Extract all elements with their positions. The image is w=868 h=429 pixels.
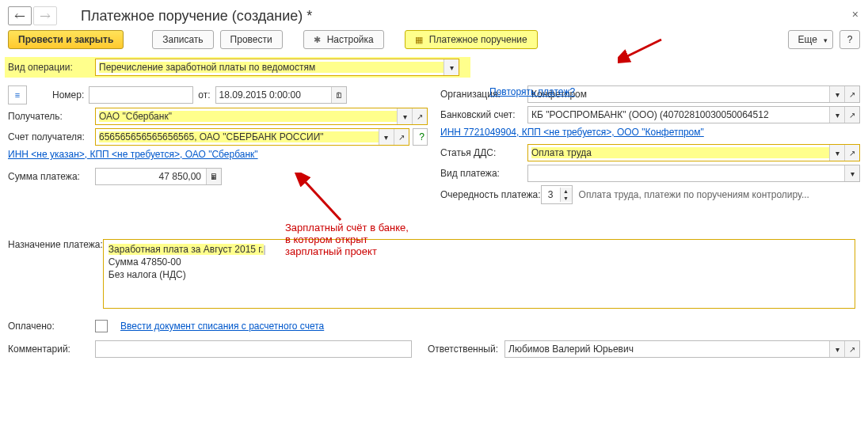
op-type-label: Вид операции: — [8, 62, 95, 73]
dds-label: Статья ДДС: — [440, 147, 527, 158]
spinner-down-icon[interactable]: ▼ — [561, 195, 572, 202]
chevron-down-icon[interactable]: ▾ — [844, 165, 859, 181]
pay-sum-label: Сумма платежа: — [8, 171, 95, 182]
chevron-down-icon[interactable]: ▾ — [444, 59, 459, 75]
comment-input[interactable] — [95, 340, 412, 358]
number-input[interactable] — [89, 86, 193, 104]
more-button[interactable]: Еще — [788, 30, 833, 49]
responsible-select[interactable]: Любимов Валерий Юрьевич ▾ ↗ — [504, 340, 860, 358]
calendar-icon[interactable]: 🗓 — [331, 87, 346, 103]
recipient-select[interactable]: ОАО "Сбербанк" ▾ ↗ — [95, 108, 428, 125]
chevron-down-icon[interactable]: ▾ — [829, 107, 844, 123]
gear-icon — [314, 34, 324, 45]
number-label: Номер: — [52, 89, 84, 101]
recipient-label: Получатель: — [8, 111, 95, 122]
date-from-label: от: — [198, 89, 210, 101]
open-icon[interactable]: ↗ — [844, 145, 859, 161]
priority-desc: Оплата труда, платежи по поручениям конт… — [579, 189, 809, 200]
op-type-select[interactable]: Перечисление заработной платы по ведомос… — [95, 59, 459, 76]
bank-acc-select[interactable]: КБ "РОСПРОМБАНК" (ООО) (4070281003005006… — [527, 106, 860, 123]
recipient-details-link[interactable]: ИНН <не указан>, КПП <не требуется>, ОАО… — [8, 149, 258, 160]
chevron-down-icon[interactable]: ▾ — [379, 129, 394, 145]
purpose-textarea[interactable]: Заработная плата за Август 2015 г.| Сумм… — [103, 239, 855, 309]
dds-select[interactable]: Оплата труда ▾ ↗ — [527, 144, 860, 161]
org-details-link[interactable]: ИНН 7721049904, КПП <не требуется>, ООО … — [440, 127, 704, 138]
pay-sum-input[interactable]: 47 850,00 🖩 — [95, 168, 222, 185]
chevron-down-icon — [820, 34, 828, 45]
annotation-text: Зарплатный счёт в банке, в котором откры… — [285, 222, 409, 257]
open-icon[interactable]: ↗ — [844, 341, 859, 357]
date-input[interactable]: 18.09.2015 0:00:00 🗓 — [215, 86, 347, 104]
repeat-payment-link[interactable]: Повторять платеж? — [489, 86, 575, 97]
spinner-up-icon[interactable]: ▲ — [561, 188, 572, 195]
recipient-account-label: Счет получателя: — [8, 131, 95, 142]
post-and-close-button[interactable]: Провести и закрыть — [8, 30, 124, 49]
priority-label: Очередность платежа: — [440, 190, 541, 200]
pay-type-label: Вид платежа: — [440, 168, 527, 179]
priority-spinner[interactable]: 3 ▲▼ — [541, 185, 573, 204]
write-button[interactable]: Записать — [152, 30, 213, 49]
comment-label: Комментарий: — [8, 344, 95, 355]
list-icon[interactable]: ≡ — [8, 85, 27, 104]
open-icon[interactable]: ↗ — [844, 86, 859, 102]
chevron-down-icon[interactable]: ▾ — [829, 86, 844, 102]
help-small-button[interactable]: ? — [413, 128, 428, 146]
org-select[interactable]: Конфетпром ▾ ↗ — [527, 85, 860, 103]
bank-acc-label: Банковский счет: — [440, 109, 527, 120]
recipient-account-select[interactable]: 656565656565656565, ОАО "СБЕРБАНК РОССИИ… — [95, 128, 409, 146]
open-icon[interactable]: ↗ — [844, 107, 859, 123]
forward-button[interactable]: 🡒 — [33, 6, 57, 25]
payment-order-button[interactable]: Платежное поручение — [405, 30, 538, 49]
pay-type-select[interactable]: ▾ — [527, 165, 860, 182]
paid-label: Оплачено: — [8, 321, 95, 332]
chevron-down-icon[interactable]: ▾ — [397, 108, 412, 124]
post-button[interactable]: Провести — [220, 30, 283, 49]
paid-link[interactable]: Ввести документ списания с расчетного сч… — [120, 321, 324, 332]
calculator-icon[interactable]: 🖩 — [206, 169, 221, 184]
payment-icon — [415, 34, 426, 45]
chevron-down-icon[interactable]: ▾ — [829, 341, 844, 357]
close-icon[interactable]: × — [852, 8, 858, 21]
purpose-label: Назначение платежа: — [8, 239, 103, 250]
paid-checkbox[interactable] — [95, 320, 108, 332]
back-button[interactable]: 🡐 — [8, 6, 32, 25]
open-icon[interactable]: ↗ — [394, 129, 409, 145]
responsible-label: Ответственный: — [428, 344, 498, 355]
open-icon[interactable]: ↗ — [412, 108, 427, 124]
page-title: Платежное поручение (создание) * — [81, 8, 312, 25]
chevron-down-icon[interactable]: ▾ — [829, 145, 844, 161]
settings-button[interactable]: Настройка — [303, 30, 384, 49]
help-button[interactable]: ? — [839, 30, 860, 49]
